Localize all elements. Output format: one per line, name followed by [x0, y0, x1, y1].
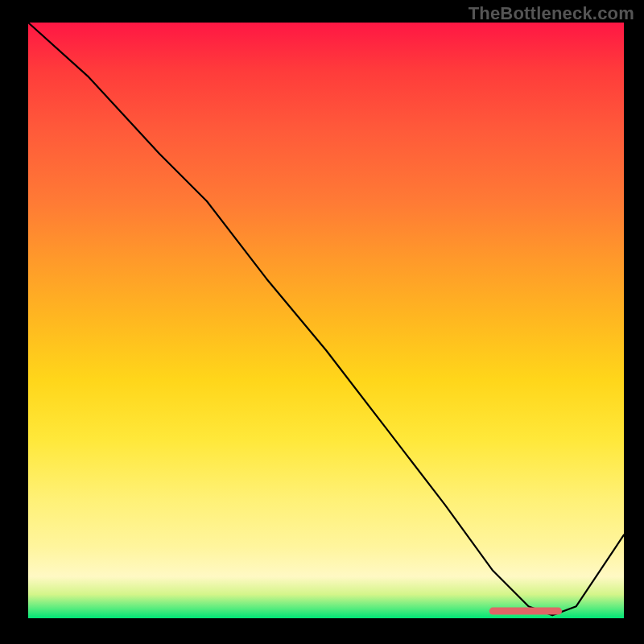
chart-plot-area — [28, 23, 624, 618]
chart-svg — [28, 23, 624, 618]
bottleneck-curve — [28, 23, 624, 615]
watermark-text: TheBottleneck.com — [469, 3, 634, 24]
